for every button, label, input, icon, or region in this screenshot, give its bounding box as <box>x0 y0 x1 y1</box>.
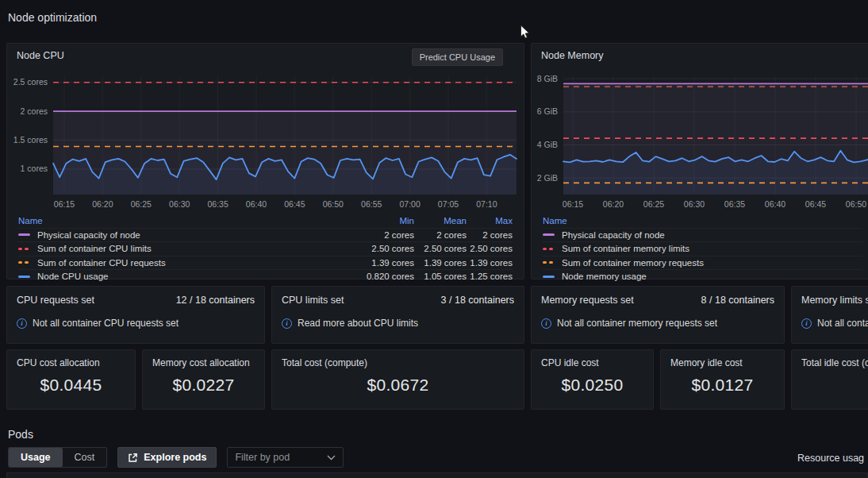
series-swatch <box>543 233 555 236</box>
series-name[interactable]: Sum of container memory requests <box>562 258 704 268</box>
series-max: 1.39 cores <box>467 258 513 268</box>
series-min: 2.50 cores <box>359 244 414 253</box>
series-name[interactable]: Node memory usage <box>562 272 647 281</box>
cost-value: $0.0445 <box>17 376 125 395</box>
toggle-cost[interactable]: Cost <box>63 448 107 467</box>
memory-limits-set-panel: Memory limits set iNot all containe <box>791 286 868 344</box>
cpu-requests-set-panel: CPU requests set 12 / 18 containers iNot… <box>6 286 265 344</box>
svg-text:07:10: 07:10 <box>476 199 497 209</box>
legend-col-min[interactable]: Min <box>359 216 414 226</box>
series-mean: 1.05 cores <box>414 272 467 281</box>
svg-text:06:25: 06:25 <box>131 199 152 209</box>
legend-col-name[interactable]: Name <box>543 216 862 226</box>
svg-text:06:30: 06:30 <box>684 199 705 209</box>
node-memory-panel: Node Memory 8 GiB6 GiB4 GiB2 GiB06:1506:… <box>531 43 868 279</box>
svg-text:06:50: 06:50 <box>323 199 344 209</box>
info-icon: i <box>17 318 27 329</box>
svg-text:07:00: 07:00 <box>399 199 420 209</box>
toggle-usage[interactable]: Usage <box>9 448 63 467</box>
series-mean: 2.50 cores <box>414 244 467 253</box>
svg-text:4 GiB: 4 GiB <box>537 140 558 149</box>
series-name[interactable]: Physical capacity of node <box>37 230 140 240</box>
memory-requests-set-panel: Memory requests set 8 / 18 containers iN… <box>531 286 785 344</box>
legend-row[interactable]: Sum of container CPU limits 2.50 cores 2… <box>18 241 513 256</box>
info-icon: i <box>282 318 292 329</box>
series-max: 2 cores <box>467 230 513 240</box>
legend-col-max[interactable]: Max <box>467 216 513 226</box>
stat-title: CPU limits set <box>282 295 344 306</box>
external-link-icon <box>128 453 138 463</box>
cost-title: Memory cost allocation <box>152 357 255 368</box>
stat-info-text[interactable]: Read more about CPU limits <box>298 318 418 329</box>
pods-controls: Usage Cost Explore pods Filter by pod <box>8 447 344 468</box>
svg-text:06:35: 06:35 <box>207 199 228 209</box>
legend-row[interactable]: Physical capacity of node <box>543 228 862 242</box>
legend-row[interactable]: Sum of container memory limits <box>543 241 862 256</box>
legend-row[interactable]: Node memory usage <box>543 269 862 283</box>
series-name[interactable]: Sum of container CPU requests <box>37 258 166 268</box>
total-cost-compute-panel: Total cost (compute) $0.0672 <box>271 349 524 410</box>
series-swatch <box>543 248 555 250</box>
node-memory-legend: Name Physical capacity of node Sum of co… <box>532 214 868 283</box>
series-swatch <box>18 233 31 236</box>
series-name[interactable]: Node CPU usage <box>37 272 109 281</box>
predict-cpu-usage-button[interactable]: Predict CPU Usage <box>412 48 503 66</box>
svg-text:07:05: 07:05 <box>438 199 459 209</box>
explore-pods-button[interactable]: Explore pods <box>117 447 217 468</box>
stat-value: 3 / 18 containers <box>441 295 514 306</box>
legend-row[interactable]: Sum of container memory requests <box>543 256 862 270</box>
stat-info-text[interactable]: Not all container CPU requests set <box>33 318 179 329</box>
series-mean: 1.39 cores <box>414 258 467 268</box>
cost-title: CPU cost allocation <box>17 357 125 368</box>
legend-col-name[interactable]: Name <box>18 216 359 226</box>
stat-info-text[interactable]: Not all containe <box>817 318 868 329</box>
svg-text:06:50: 06:50 <box>846 199 866 209</box>
node-memory-title: Node Memory <box>541 50 604 61</box>
svg-text:06:40: 06:40 <box>765 199 785 209</box>
series-name[interactable]: Physical capacity of node <box>562 230 665 240</box>
svg-text:06:20: 06:20 <box>92 199 113 209</box>
cost-title: Total idle cost (co <box>801 357 868 368</box>
cost-value: $0.0250 <box>541 376 643 395</box>
total-idle-cost-panel: Total idle cost (co <box>791 349 868 410</box>
node-memory-chart[interactable]: 8 GiB6 GiB4 GiB2 GiB06:1506:2006:2506:30… <box>536 69 868 215</box>
stat-value: 12 / 18 containers <box>176 295 255 306</box>
node-cpu-chart[interactable]: 2.5 cores2 cores1.5 cores1 cores06:1506:… <box>12 69 520 215</box>
series-name[interactable]: Sum of container CPU limits <box>37 244 152 253</box>
svg-text:06:35: 06:35 <box>724 199 745 209</box>
series-name[interactable]: Sum of container memory limits <box>562 244 689 253</box>
legend-row[interactable]: Physical capacity of node 2 cores 2 core… <box>18 228 513 242</box>
legend-header-row: Name <box>543 214 862 228</box>
legend-row[interactable]: Sum of container CPU requests 1.39 cores… <box>18 256 513 270</box>
cpu-limits-set-panel: CPU limits set 3 / 18 containers iRead m… <box>271 286 524 344</box>
filter-by-pod-select[interactable]: Filter by pod <box>227 447 344 468</box>
series-swatch <box>18 276 31 278</box>
page-title: Node optimization <box>8 11 97 24</box>
svg-text:06:15: 06:15 <box>563 199 583 209</box>
legend-row[interactable]: Node CPU usage 0.820 cores 1.05 cores 1.… <box>18 269 513 283</box>
cpu-cost-allocation-panel: CPU cost allocation $0.0445 <box>6 349 136 410</box>
stat-title: CPU requests set <box>17 295 94 306</box>
cost-value: $0.0672 <box>282 376 514 395</box>
series-max: 1.25 cores <box>467 272 513 281</box>
cost-title: Total cost (compute) <box>282 357 514 368</box>
chevron-down-icon <box>327 455 336 461</box>
svg-text:06:40: 06:40 <box>246 199 267 209</box>
explore-pods-label: Explore pods <box>144 452 206 463</box>
stat-info-text[interactable]: Not all container memory requests set <box>557 318 717 329</box>
cost-value: $0.0227 <box>152 376 255 395</box>
cpu-idle-cost-panel: CPU idle cost $0.0250 <box>531 349 654 410</box>
legend-header-row: Name Min Mean Max <box>18 214 513 228</box>
legend-col-mean[interactable]: Mean <box>414 216 467 226</box>
series-min: 2 cores <box>359 230 414 240</box>
svg-text:1 cores: 1 cores <box>21 164 48 173</box>
svg-text:2 GiB: 2 GiB <box>537 173 558 183</box>
stat-title: Memory limits set <box>801 295 868 306</box>
svg-text:06:55: 06:55 <box>361 199 382 209</box>
filter-placeholder: Filter by pod <box>235 452 290 463</box>
memory-cost-allocation-panel: Memory cost allocation $0.0227 <box>142 349 265 410</box>
series-max: 2.50 cores <box>467 244 513 253</box>
clipped-pods-panel <box>6 472 868 478</box>
svg-text:2 cores: 2 cores <box>21 106 48 116</box>
usage-cost-toggle: Usage Cost <box>8 447 107 468</box>
